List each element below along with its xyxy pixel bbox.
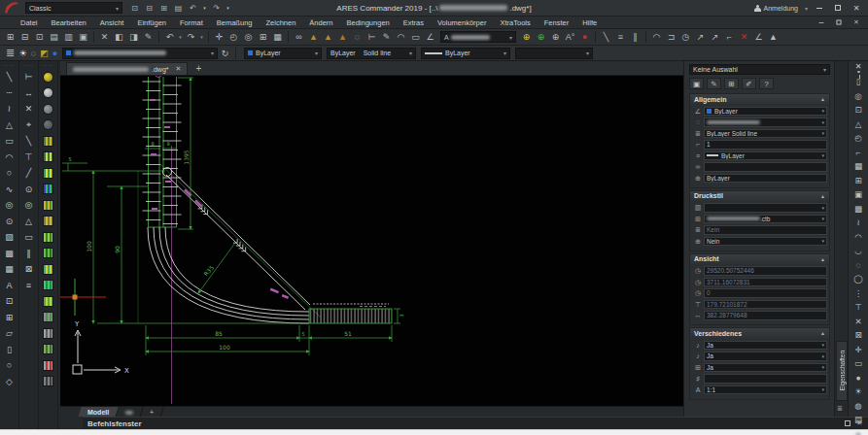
angle2-icon[interactable]: ∠: [751, 30, 766, 44]
record-icon[interactable]: ●: [577, 30, 592, 44]
plot-shade-field[interactable]: Nein▾: [704, 237, 827, 247]
transparency-field[interactable]: ByLayer: [704, 174, 827, 184]
point-icon[interactable]: ⊙: [1, 214, 17, 230]
layer-delete-icon[interactable]: [40, 357, 56, 374]
layer-tool-10-icon[interactable]: [40, 278, 56, 294]
wipeout-icon[interactable]: ▱: [1, 325, 17, 342]
menu-item-xtratools[interactable]: XtraTools: [493, 17, 537, 29]
dots-icon[interactable]: ⋮: [851, 286, 867, 301]
snap-parallel-icon[interactable]: ∥: [20, 246, 37, 262]
print-icon[interactable]: ▤: [47, 30, 61, 44]
annotation-scale-field[interactable]: 1:1▾: [704, 385, 827, 395]
layer-tool-2-icon[interactable]: [40, 150, 56, 166]
select-filter-button[interactable]: ⊞: [724, 78, 739, 89]
render-icon[interactable]: ◍: [851, 399, 867, 414]
rectangle-2-icon[interactable]: ▯: [1, 342, 17, 358]
menu-item-extras[interactable]: Extras: [397, 17, 431, 29]
command-window-titlebar[interactable]: Befehlsfenster ✕: [83, 417, 868, 429]
snap-perp-icon[interactable]: ⊤: [20, 150, 37, 166]
open-icon[interactable]: ⊟: [143, 2, 156, 14]
layer-tool-1-icon[interactable]: [40, 133, 56, 150]
edit-properties-button[interactable]: ✐: [742, 78, 756, 89]
join-icon[interactable]: ◯: [851, 272, 867, 286]
menu-item-hilfe[interactable]: Hilfe: [575, 17, 604, 29]
command-input-area[interactable]: [0, 429, 868, 435]
zoom-icon[interactable]: ◎: [241, 30, 256, 44]
color-combo[interactable]: ByLayer ▾: [244, 48, 322, 59]
select-elements-button[interactable]: ▣: [689, 78, 704, 89]
dim-tool-icon[interactable]: ⊢: [365, 30, 379, 44]
selection-combo[interactable]: Keine Auswahl ▾: [689, 64, 830, 75]
linetype-combo[interactable]: ByLayer Solid line ▾: [327, 48, 416, 59]
layer-tool-13-icon[interactable]: [40, 325, 56, 342]
open-icon[interactable]: ⊟: [17, 30, 32, 44]
make-block-icon[interactable]: ⊞: [1, 310, 17, 326]
table-icon[interactable]: ▦: [1, 261, 17, 278]
redo-icon[interactable]: ↷: [210, 2, 223, 14]
new-drawing-icon[interactable]: ⊞: [3, 30, 17, 44]
layer-tool-8-icon[interactable]: [40, 246, 56, 262]
layer-hidden-icon[interactable]: [40, 117, 56, 134]
section-header[interactable]: Allgemein▲: [690, 94, 829, 104]
section-header[interactable]: Verschiedenes▲: [690, 328, 829, 338]
tab-eigenschaften[interactable]: Eigenschaften: [836, 341, 848, 401]
menu-item-format[interactable]: Format: [173, 17, 210, 29]
center-x-field[interactable]: 29520.50752446: [704, 266, 827, 276]
mirror-icon[interactable]: ⊡: [851, 103, 867, 117]
new-icon[interactable]: ⊞: [157, 2, 170, 14]
print-table-type-field[interactable]: Kein: [704, 225, 827, 235]
zoom-previous-icon[interactable]: ◴: [226, 30, 241, 44]
help-button[interactable]: ?: [759, 78, 774, 89]
layer-previous-icon[interactable]: ↻: [218, 47, 232, 60]
layer-bulb-on-icon[interactable]: [40, 69, 56, 85]
columns-tool-icon[interactable]: ∥: [628, 30, 642, 44]
print-icon[interactable]: ▤: [172, 2, 185, 14]
palette-close-icon[interactable]: ✕: [855, 62, 862, 71]
menu-item-bearbeiten[interactable]: Bearbeiten: [45, 17, 93, 29]
minimize-button[interactable]: [813, 2, 826, 14]
snap-settings-icon[interactable]: ≡: [20, 278, 37, 294]
sheet-icon[interactable]: ▤: [851, 413, 867, 427]
redo-caret-icon[interactable]: ▾: [225, 2, 231, 14]
break-icon[interactable]: ◌: [851, 258, 867, 273]
seven-icon[interactable]: ⌐: [722, 30, 737, 44]
print-style-combo[interactable]: ▾: [515, 48, 593, 59]
login-button[interactable]: Anmeldung ▾: [754, 5, 808, 12]
spline-icon[interactable]: ∿: [1, 182, 17, 198]
center-y-field[interactable]: 3711.16072831: [704, 278, 827, 287]
undo-icon[interactable]: ↶: [162, 30, 177, 44]
insert-block-icon[interactable]: ⊡: [1, 293, 17, 310]
edit-tool-icon[interactable]: ✎: [379, 30, 394, 44]
text-icon[interactable]: A: [1, 278, 17, 294]
block-tool-2-icon[interactable]: ▲: [321, 30, 335, 44]
menu-item-bemaßung[interactable]: Bemaßung: [210, 17, 260, 29]
undo-list-icon[interactable]: ▾: [177, 30, 184, 44]
infinite-line-icon[interactable]: ┄: [1, 85, 17, 102]
copy-icon[interactable]: ◎: [851, 89, 867, 104]
arc-1-icon[interactable]: ◠: [851, 230, 867, 245]
link-icon[interactable]: ∞: [292, 30, 306, 44]
pin-icon[interactable]: [857, 71, 860, 73]
snap-end-icon[interactable]: ⊢: [20, 69, 37, 85]
linetype-field[interactable]: ByLayer Solid line▾: [704, 129, 827, 139]
stretch-icon[interactable]: ▩: [851, 202, 867, 217]
copy-icon[interactable]: ◧: [112, 30, 126, 44]
snap-none-icon[interactable]: ⊠: [20, 261, 37, 278]
extend-icon[interactable]: ✕: [851, 315, 867, 329]
doc-restore-button[interactable]: [833, 17, 844, 27]
chamfer-icon[interactable]: ⊠: [851, 328, 867, 343]
section-header[interactable]: Druckstil▲: [690, 191, 829, 201]
plot-config-icon[interactable]: ▣: [76, 30, 90, 44]
snap-quad-icon[interactable]: ◎: [20, 197, 37, 214]
layer-color-icon[interactable]: ●: [50, 47, 60, 60]
layer-tool-14-icon[interactable]: [40, 342, 56, 358]
layer-field[interactable]: ▾: [704, 117, 827, 127]
arrow-ne2-icon[interactable]: ↗: [708, 30, 722, 44]
height-field[interactable]: 179.72101872: [704, 300, 827, 310]
text-style-icon[interactable]: A°: [563, 30, 577, 44]
snap-insert-icon[interactable]: ▭: [20, 229, 37, 246]
annotative-1-field[interactable]: Ja▾: [704, 341, 827, 351]
rotate-icon[interactable]: ⊞: [851, 174, 867, 188]
match-properties-icon[interactable]: ✎: [141, 30, 156, 44]
menu-item-bedingungen[interactable]: Bedingungen: [340, 17, 397, 29]
